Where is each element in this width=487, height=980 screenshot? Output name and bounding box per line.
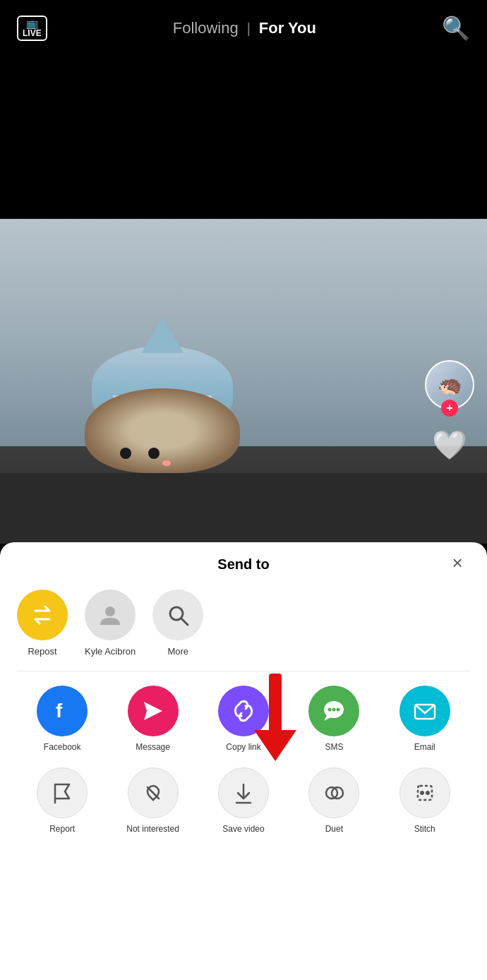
hedgehog-nose bbox=[162, 460, 171, 466]
hedgehog bbox=[71, 346, 268, 473]
savevideo-label: Save video bbox=[222, 824, 264, 835]
floor bbox=[0, 473, 487, 544]
share-grid: f Facebook Message Copy link bbox=[17, 686, 470, 835]
notinterested-label: Not interested bbox=[126, 824, 179, 835]
duet-label: Duet bbox=[325, 824, 343, 835]
foryou-tab[interactable]: For You bbox=[259, 19, 316, 37]
email-icon bbox=[399, 686, 450, 736]
report-icon bbox=[37, 767, 88, 818]
share-stitch[interactable]: Stitch bbox=[380, 767, 470, 835]
live-label: LIVE bbox=[23, 29, 42, 38]
facebook-label: Facebook bbox=[44, 742, 81, 753]
sms-icon bbox=[308, 686, 359, 736]
svg-line-2 bbox=[181, 619, 188, 625]
repost-avatar bbox=[17, 590, 68, 640]
svg-point-9 bbox=[337, 708, 340, 712]
report-label: Report bbox=[49, 824, 75, 835]
right-actions: 🦔 + 🤍 bbox=[425, 219, 474, 466]
share-savevideo[interactable]: Save video bbox=[198, 767, 289, 835]
live-badge[interactable]: 📺 LIVE bbox=[17, 16, 47, 42]
svg-point-8 bbox=[332, 708, 336, 712]
svg-point-17 bbox=[420, 791, 424, 795]
contact-more[interactable]: More bbox=[152, 590, 203, 657]
message-label: Message bbox=[136, 742, 170, 753]
kyle-avatar bbox=[85, 590, 136, 640]
top-navigation: 📺 LIVE Following | For You 🔍 bbox=[0, 0, 487, 56]
svg-text:f: f bbox=[56, 700, 63, 722]
contacts-row: Repost Kyle Acibron More bbox=[17, 584, 470, 657]
svg-point-7 bbox=[328, 708, 332, 712]
shark-fin bbox=[141, 318, 184, 353]
svg-point-0 bbox=[105, 606, 115, 616]
sms-label: SMS bbox=[325, 742, 343, 753]
hedgehog-body bbox=[85, 388, 240, 473]
share-panel: Send to × Repost Kyle Acibron bbox=[0, 542, 487, 980]
share-sms[interactable]: SMS bbox=[289, 686, 379, 753]
duet-icon bbox=[308, 767, 359, 818]
share-facebook[interactable]: f Facebook bbox=[17, 686, 107, 753]
share-report[interactable]: Report bbox=[17, 767, 107, 835]
share-message[interactable]: Message bbox=[107, 686, 198, 753]
more-label: More bbox=[167, 646, 188, 657]
share-notinterested[interactable]: Not interested bbox=[107, 767, 198, 835]
arrow-body bbox=[269, 674, 282, 730]
repost-label: Repost bbox=[28, 646, 56, 657]
creator-avatar-container[interactable]: 🦔 + bbox=[425, 360, 474, 410]
message-icon bbox=[128, 686, 179, 736]
tv-icon: 📺 bbox=[26, 18, 38, 29]
email-label: Email bbox=[414, 742, 435, 753]
savevideo-icon bbox=[218, 767, 269, 818]
share-duet[interactable]: Duet bbox=[289, 767, 379, 835]
share-email[interactable]: Email bbox=[380, 686, 470, 753]
facebook-icon: f bbox=[37, 686, 88, 736]
search-icon[interactable]: 🔍 bbox=[442, 15, 470, 42]
stitch-label: Stitch bbox=[414, 824, 435, 835]
notinterested-icon bbox=[128, 767, 179, 818]
svg-marker-4 bbox=[144, 702, 162, 720]
divider bbox=[17, 671, 470, 671]
video-scene bbox=[0, 219, 487, 544]
video-area[interactable] bbox=[0, 219, 487, 544]
kyle-label: Kyle Acibron bbox=[85, 646, 136, 657]
follow-button[interactable]: + bbox=[441, 400, 458, 417]
nav-divider: | bbox=[247, 20, 251, 37]
close-button[interactable]: × bbox=[445, 551, 470, 576]
like-button[interactable]: 🤍 bbox=[428, 424, 471, 466]
stitch-icon bbox=[399, 767, 450, 818]
more-avatar bbox=[152, 590, 203, 640]
panel-title: Send to bbox=[217, 556, 269, 573]
contact-kyle[interactable]: Kyle Acibron bbox=[85, 590, 136, 657]
contact-repost[interactable]: Repost bbox=[17, 590, 68, 657]
hedgehog-eye-left bbox=[120, 448, 131, 459]
nav-tabs: Following | For You bbox=[173, 19, 316, 37]
following-tab[interactable]: Following bbox=[173, 19, 239, 37]
hedgehog-eye-right bbox=[148, 448, 160, 459]
arrow-head bbox=[254, 730, 296, 761]
svg-point-18 bbox=[426, 791, 430, 795]
panel-header: Send to × bbox=[17, 542, 470, 584]
red-arrow bbox=[254, 674, 296, 761]
